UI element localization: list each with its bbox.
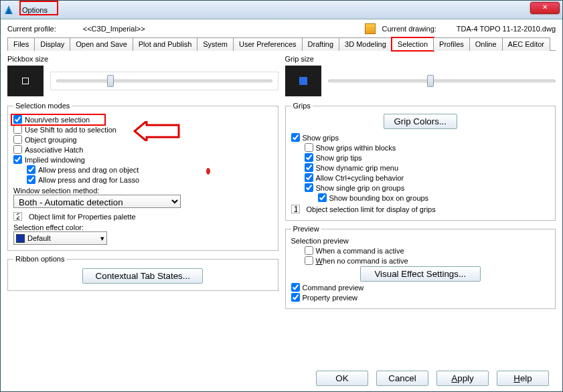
grip-limit-input[interactable] <box>291 205 300 213</box>
chk-use-shift[interactable] <box>13 125 22 134</box>
preview-legend: Preview <box>291 225 321 233</box>
chk-single-group[interactable] <box>305 183 313 192</box>
drawing-icon <box>365 23 376 34</box>
lbl-ctrl-cycle: Allow Ctrl+cycling behavior <box>316 174 404 182</box>
gripsize-label: Grip size <box>285 55 556 63</box>
pickbox-preview <box>7 66 44 96</box>
chk-ctrl-cycle[interactable] <box>305 173 313 182</box>
chk-dyn-menu[interactable] <box>305 163 313 172</box>
lbl-use-shift: Use Shift to add to selection <box>25 126 116 134</box>
chk-press-obj[interactable] <box>27 165 35 174</box>
chk-prop-preview[interactable] <box>291 293 300 302</box>
help-button[interactable]: Help <box>497 371 549 386</box>
chk-bbox-group[interactable] <box>318 193 327 202</box>
tab-selection[interactable]: Selection <box>392 37 434 51</box>
highlight-noun-verb <box>11 114 106 126</box>
sel-preview-label: Selection preview <box>291 237 550 245</box>
tab-files[interactable]: Files <box>7 37 35 51</box>
footer: OK Cancel Apply Help <box>316 371 549 386</box>
lbl-cmd-preview: Command preview <box>303 284 364 292</box>
profile-label: Current profile: <box>7 25 56 33</box>
apply-button[interactable]: Apply <box>436 371 489 386</box>
wsm-select[interactable]: Both - Automatic detection <box>13 195 181 208</box>
obj-limit-label: Object limit for Properties palette <box>29 213 136 221</box>
profile-row: Current profile: <<C3D_Imperial>> Curren… <box>7 23 556 34</box>
sec-select[interactable]: Default ▾ <box>13 231 107 245</box>
lbl-prop-preview: Property preview <box>303 294 358 302</box>
gripsize-preview <box>285 66 321 96</box>
tab-user-pref[interactable]: User Preferences <box>233 37 303 51</box>
lbl-show-grips: Show grips <box>303 134 339 142</box>
chk-cmd-preview[interactable] <box>291 283 300 292</box>
tab-plot-publish[interactable]: Plot and Publish <box>133 37 198 51</box>
selection-modes-legend: Selection modes <box>13 102 72 110</box>
preview-group: Preview Selection preview When a command… <box>285 225 556 309</box>
grip-limit-label: Object selection limit for display of gr… <box>307 205 436 213</box>
chk-no-cmd[interactable] <box>305 256 313 265</box>
lbl-press-lasso: Allow press and drag for Lasso <box>38 176 139 184</box>
lbl-implied-win: Implied windowing <box>25 156 85 164</box>
profile-value: <<C3D_Imperial>> <box>83 25 145 33</box>
titlebar: Options ✕ <box>1 1 562 19</box>
tab-display[interactable]: Display <box>34 37 70 51</box>
chk-cmd-active[interactable] <box>305 246 313 255</box>
wsm-label: Window selection method: <box>13 187 272 195</box>
pickbox-label: Pickbox size <box>7 55 278 63</box>
sec-label: Selection effect color: <box>13 223 272 231</box>
tabs: Files Display Open and Save Plot and Pub… <box>7 37 556 51</box>
highlight-tab <box>391 37 434 52</box>
drawing-value: TDA-4 TOPO 11-12-2010.dwg <box>457 25 556 33</box>
app-icon <box>3 5 14 15</box>
lbl-no-cmd: When no command is active <box>316 257 408 265</box>
annotation-arrow <box>133 121 180 141</box>
grips-group: Grips Grip Colors... Show grips Show gri… <box>285 102 556 221</box>
tab-aec-editor[interactable]: AEC Editor <box>502 37 550 51</box>
close-button[interactable]: ✕ <box>530 2 560 14</box>
lbl-grip-tips: Show grip tips <box>316 154 362 162</box>
obj-limit-input[interactable] <box>13 212 22 221</box>
chk-assoc-hatch[interactable] <box>13 145 22 154</box>
chk-obj-group[interactable] <box>13 135 22 144</box>
tab-open-save[interactable]: Open and Save <box>70 37 133 51</box>
lbl-single-group: Show single grip on groups <box>316 184 405 192</box>
tab-profiles[interactable]: Profiles <box>433 37 470 51</box>
tab-online[interactable]: Online <box>469 37 503 51</box>
grip-colors-button[interactable]: Grip Colors... <box>384 114 457 129</box>
ok-button[interactable]: OK <box>316 371 368 386</box>
gripsize-slider[interactable] <box>328 66 556 96</box>
lbl-press-obj: Allow press and drag on object <box>38 166 139 174</box>
grips-legend: Grips <box>291 102 313 110</box>
chk-grip-tips[interactable] <box>305 153 313 162</box>
chk-show-grips[interactable] <box>291 133 300 142</box>
cancel-button[interactable]: Cancel <box>376 371 428 386</box>
contextual-tab-states-button[interactable]: Contextual Tab States... <box>82 268 203 284</box>
lbl-assoc-hatch: Associative Hatch <box>25 146 83 154</box>
tab-drafting[interactable]: Drafting <box>302 37 340 51</box>
highlight-title <box>19 1 58 15</box>
pickbox-slider[interactable] <box>50 72 278 90</box>
lbl-dyn-menu: Show dynamic grip menu <box>316 164 399 172</box>
annotation-dot <box>206 168 210 175</box>
ribbon-legend: Ribbon options <box>13 255 66 263</box>
visual-effect-settings-button[interactable]: Visual Effect Settings... <box>360 266 481 282</box>
tab-3d-modeling[interactable]: 3D Modeling <box>339 37 392 51</box>
chk-implied-win[interactable] <box>13 155 22 164</box>
chk-within-blocks[interactable] <box>305 143 313 152</box>
lbl-bbox-group: Show bounding box on groups <box>329 194 429 202</box>
color-swatch-icon <box>16 234 25 243</box>
ribbon-group: Ribbon options Contextual Tab States... <box>7 255 278 291</box>
tab-system[interactable]: System <box>197 37 234 51</box>
drawing-label: Current drawing: <box>382 25 436 33</box>
chevron-down-icon: ▾ <box>100 234 104 243</box>
chk-press-lasso[interactable] <box>27 175 35 184</box>
lbl-within-blocks: Show grips within blocks <box>316 144 396 152</box>
lbl-obj-group: Object grouping <box>25 136 77 144</box>
lbl-cmd-active: When a command is active <box>316 247 404 255</box>
